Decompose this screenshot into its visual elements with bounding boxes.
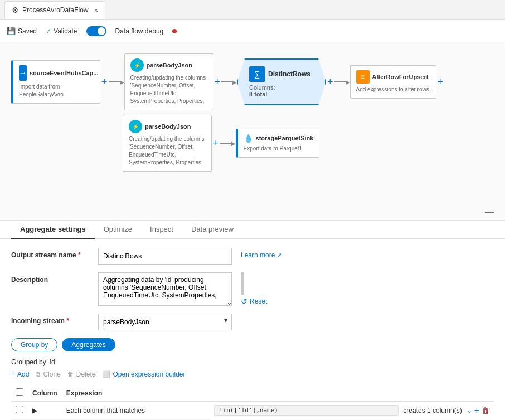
- saved-label: Saved: [18, 27, 37, 35]
- col-chevron-down[interactable]: ⌄: [467, 407, 472, 414]
- row-checkbox[interactable]: [16, 406, 23, 413]
- sub-tabs: Group by Aggregates: [11, 338, 494, 351]
- table-header-expression: Expression: [62, 385, 210, 402]
- tab-bar: ⚙ ProcessAvroDataFlow ×: [0, 0, 505, 20]
- bottom-panel: Aggregate settings Optimize Inspect Data…: [0, 221, 505, 420]
- parse1-node[interactable]: ⚡ parseBodyJson Creating/updating the co…: [124, 53, 213, 110]
- row-expand[interactable]: ▶: [28, 402, 62, 420]
- row-expression-cell: !in(['Id'],name) creates 1 column(s) ⌄ +…: [210, 402, 494, 419]
- creates-col-label: creates 1 column(s): [403, 407, 462, 414]
- canvas-area: → sourceEventHubsCap... Import data from…: [0, 42, 505, 221]
- alter-name: AlterRowForUpsert: [372, 74, 429, 80]
- output-stream-input[interactable]: [98, 248, 232, 265]
- output-stream-label: Output stream name *: [11, 248, 89, 259]
- expression-builder-icon: ⬜: [102, 370, 110, 378]
- external-link-icon: ↗: [277, 252, 282, 259]
- tab-close-icon[interactable]: ×: [94, 6, 99, 14]
- add-button[interactable]: + Add: [11, 370, 29, 378]
- parse2-body: Creating/updating the columns 'SequenceN…: [129, 135, 206, 167]
- tab-title: ProcessAvroDataFlow: [22, 6, 89, 14]
- validate-button[interactable]: ✓ Validate: [46, 27, 77, 35]
- clone-button[interactable]: ⧉ Clone: [36, 370, 60, 378]
- parse2-icon: ⚡: [129, 120, 142, 133]
- tab-data-preview[interactable]: Data preview: [182, 221, 242, 239]
- sub-tab-aggregates[interactable]: Aggregates: [62, 338, 115, 351]
- alter-body: Add expressions to alter rows: [356, 86, 430, 94]
- sink-body: Export data to Parquet1: [244, 145, 314, 153]
- action-row: + Add ⧉ Clone 🗑 Delete ⬜ Open expression…: [11, 370, 494, 378]
- add-after-source[interactable]: +: [101, 77, 108, 87]
- settings-content: Output stream name * Learn more ↗ Descri…: [0, 239, 505, 420]
- delete-icon: 🗑: [67, 370, 74, 378]
- aggregate-icon: ∑: [249, 66, 265, 82]
- aggregate-name: DistinctRows: [268, 70, 310, 78]
- toolbar: 💾 Saved ✓ Validate Data flow debug: [0, 20, 505, 42]
- tab-icon: ⚙: [12, 6, 19, 14]
- table-row: ▶ Each column that matches !in(['Id'],na…: [11, 402, 494, 420]
- row-label: Each column that matches: [62, 402, 210, 420]
- parse2-name: parseBodyJson: [145, 123, 191, 130]
- aggregate-node[interactable]: ∑ DistinctRows Columns: 8 total: [237, 58, 326, 105]
- save-icon: 💾: [7, 27, 16, 35]
- incoming-stream-row: Incoming stream * parseBodyJson: [11, 314, 494, 330]
- debug-toggle[interactable]: [86, 26, 106, 36]
- select-all-checkbox[interactable]: [16, 388, 23, 396]
- sink-name: storageParquetSink: [256, 135, 314, 141]
- incoming-stream-select[interactable]: parseBodyJson: [98, 314, 232, 330]
- save-button[interactable]: 💾 Saved: [7, 27, 37, 35]
- alter-node[interactable]: ≡ AlterRowForUpsert Add expressions to a…: [350, 65, 436, 99]
- parse2-node[interactable]: ⚡ parseBodyJson Creating/updating the co…: [123, 115, 212, 172]
- reset-link[interactable]: ↺ Reset: [241, 297, 267, 306]
- add-after-parse2[interactable]: +: [213, 138, 219, 148]
- debug-label: Data flow debug: [115, 27, 164, 35]
- tab-inspect[interactable]: Inspect: [141, 221, 182, 239]
- row-checkbox-cell: [11, 402, 28, 420]
- add-label: Add: [17, 370, 29, 378]
- table-header-checkbox-cell: [11, 385, 28, 402]
- parse1-icon: ⚡: [130, 58, 144, 72]
- delete-label: Delete: [76, 370, 96, 378]
- validate-icon: ✓: [46, 27, 51, 35]
- delete-button[interactable]: 🗑 Delete: [67, 370, 96, 378]
- source-name: sourceEventHubsCap...: [30, 70, 98, 76]
- learn-more-link[interactable]: Learn more ↗: [241, 251, 308, 259]
- add-after-alter[interactable]: +: [438, 77, 444, 87]
- incoming-stream-select-wrapper: parseBodyJson: [98, 314, 232, 330]
- expression-builder-label: Open expression builder: [113, 370, 185, 378]
- add-after-aggregate[interactable]: +: [327, 77, 333, 87]
- aggregates-table: Column Expression ▶ Each column that mat…: [11, 385, 494, 420]
- scrollbar-track[interactable]: [241, 272, 244, 295]
- clone-label: Clone: [43, 370, 60, 378]
- tab-optimize[interactable]: Optimize: [95, 221, 141, 239]
- tab-aggregate-settings[interactable]: Aggregate settings: [11, 221, 95, 239]
- debug-status-dot: [172, 29, 177, 33]
- canvas-top-row: → sourceEventHubsCap... Import data from…: [11, 53, 494, 110]
- description-textarea[interactable]: Aggregating data by 'id' producing colum…: [98, 272, 232, 306]
- add-icon: +: [11, 370, 15, 378]
- canvas-bottom-row: ⚡ parseBodyJson Creating/updating the co…: [123, 115, 494, 172]
- description-label: Description: [11, 272, 89, 284]
- col-delete-btn[interactable]: 🗑: [482, 406, 489, 415]
- sink-node[interactable]: 💧 storageParquetSink Export data to Parq…: [236, 129, 320, 158]
- source-body: Import data from PeopleSalaryAvro: [19, 83, 94, 99]
- output-stream-row: Output stream name * Learn more ↗: [11, 248, 494, 265]
- col-add-btn[interactable]: +: [474, 406, 479, 416]
- tab-processavrodataflow[interactable]: ⚙ ProcessAvroDataFlow ×: [4, 1, 105, 19]
- sub-tab-group-by[interactable]: Group by: [11, 338, 57, 351]
- expression-tag[interactable]: !in(['Id'],name): [214, 405, 399, 416]
- add-after-parse1[interactable]: +: [215, 77, 221, 87]
- settings-tabs: Aggregate settings Optimize Inspect Data…: [0, 221, 505, 239]
- expression-builder-button[interactable]: ⬜ Open expression builder: [102, 370, 185, 378]
- clone-icon: ⧉: [36, 370, 41, 378]
- source-node[interactable]: → sourceEventHubsCap... Import data from…: [11, 60, 100, 104]
- parse1-body: Creating/updating the columns 'SequenceN…: [130, 74, 207, 105]
- side-actions: Learn more ↗: [241, 248, 308, 259]
- incoming-stream-label: Incoming stream *: [11, 314, 89, 325]
- parse1-name: parseBodyJson: [147, 62, 193, 69]
- resize-handle[interactable]: —: [480, 207, 498, 218]
- source-icon: →: [19, 65, 27, 81]
- alter-icon: ≡: [356, 70, 370, 84]
- description-row: Description Aggregating data by 'id' pro…: [11, 272, 494, 306]
- sink-icon: 💧: [244, 134, 253, 143]
- table-header-column: Column: [28, 385, 62, 402]
